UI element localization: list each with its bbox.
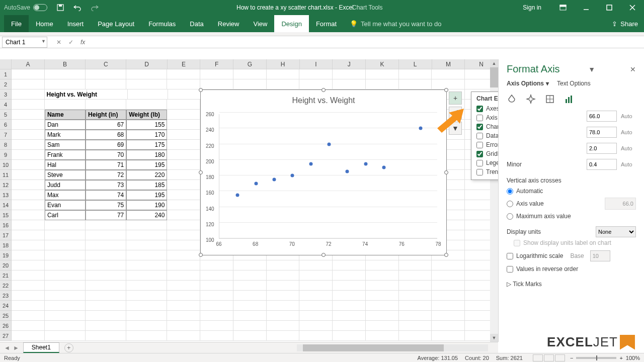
cell[interactable] bbox=[366, 291, 399, 301]
cell[interactable]: 71 bbox=[86, 160, 126, 170]
row-header[interactable]: 24 bbox=[0, 301, 12, 311]
save-icon[interactable] bbox=[56, 4, 64, 12]
chart-element-checkbox[interactable] bbox=[476, 151, 483, 157]
cell[interactable] bbox=[267, 79, 300, 89]
pane-dropdown-icon[interactable]: ▼ bbox=[588, 65, 595, 73]
cell[interactable] bbox=[432, 321, 465, 331]
cell[interactable]: 70 bbox=[86, 150, 126, 160]
row-header[interactable]: 26 bbox=[0, 321, 12, 331]
row-header[interactable]: 21 bbox=[0, 270, 12, 281]
cell[interactable] bbox=[12, 210, 45, 220]
cell[interactable] bbox=[12, 220, 45, 230]
cell[interactable] bbox=[399, 321, 432, 331]
cell[interactable]: Evan bbox=[45, 200, 86, 210]
cell[interactable] bbox=[167, 120, 200, 130]
cell[interactable] bbox=[200, 311, 233, 321]
cell[interactable] bbox=[167, 250, 200, 260]
embedded-chart[interactable]: Height vs. Weight 1001201401601802002202… bbox=[200, 89, 447, 255]
cell[interactable]: 185 bbox=[126, 180, 167, 190]
cell[interactable] bbox=[126, 311, 167, 321]
row-header[interactable]: 20 bbox=[0, 260, 12, 270]
reverse-order-checkbox[interactable] bbox=[507, 266, 513, 273]
cell[interactable]: Hal bbox=[45, 160, 86, 170]
cell[interactable] bbox=[333, 311, 366, 321]
cell[interactable] bbox=[167, 200, 200, 210]
cell[interactable] bbox=[167, 270, 200, 281]
view-page-layout-icon[interactable] bbox=[544, 354, 554, 361]
cell[interactable] bbox=[167, 281, 200, 291]
cell[interactable] bbox=[86, 69, 126, 79]
sheet-tab-sheet1[interactable]: Sheet1 bbox=[23, 342, 59, 353]
cell[interactable] bbox=[12, 250, 45, 260]
cell[interactable]: Dan bbox=[45, 120, 86, 130]
cell[interactable]: Carl bbox=[45, 210, 86, 220]
cell[interactable]: 175 bbox=[126, 140, 167, 150]
tab-formulas[interactable]: Formulas bbox=[141, 15, 183, 32]
minimize-icon[interactable] bbox=[575, 0, 598, 15]
cell[interactable] bbox=[86, 311, 126, 321]
cell[interactable]: 190 bbox=[126, 200, 167, 210]
cell[interactable] bbox=[233, 321, 267, 331]
cell[interactable] bbox=[333, 321, 366, 331]
cell[interactable] bbox=[167, 140, 200, 150]
share-button[interactable]: ⇪ Share bbox=[612, 15, 638, 32]
cell[interactable]: 155 bbox=[126, 120, 167, 130]
cell[interactable] bbox=[299, 301, 333, 311]
cell[interactable] bbox=[233, 260, 267, 270]
cell[interactable] bbox=[366, 270, 399, 281]
cell[interactable] bbox=[267, 321, 300, 331]
units-major-input[interactable] bbox=[587, 143, 617, 154]
chart-elements-button[interactable]: + bbox=[449, 92, 462, 105]
cell[interactable] bbox=[126, 331, 167, 341]
cell[interactable] bbox=[399, 79, 432, 89]
row-header[interactable]: 23 bbox=[0, 291, 12, 301]
cell[interactable] bbox=[126, 100, 167, 110]
cell[interactable] bbox=[200, 301, 233, 311]
cell[interactable] bbox=[267, 69, 300, 79]
chart-element-checkbox[interactable] bbox=[476, 133, 483, 139]
cell[interactable]: Height vs. Weight bbox=[45, 89, 87, 100]
cell[interactable] bbox=[366, 79, 399, 89]
cell[interactable] bbox=[45, 331, 86, 341]
cell[interactable] bbox=[299, 291, 333, 301]
cancel-formula-icon[interactable]: ✕ bbox=[56, 39, 61, 46]
row-header[interactable]: 8 bbox=[0, 140, 12, 150]
data-point[interactable] bbox=[346, 170, 349, 173]
cell[interactable] bbox=[333, 270, 366, 281]
cell[interactable] bbox=[366, 281, 399, 291]
add-sheet-button[interactable]: + bbox=[64, 343, 73, 352]
cell[interactable] bbox=[12, 160, 45, 170]
row-header[interactable]: 17 bbox=[0, 230, 12, 240]
cell[interactable] bbox=[233, 331, 267, 341]
tab-page-layout[interactable]: Page Layout bbox=[91, 15, 141, 32]
cell[interactable] bbox=[167, 170, 200, 180]
cell[interactable]: 170 bbox=[126, 130, 167, 140]
cell[interactable] bbox=[126, 301, 167, 311]
cell[interactable]: 240 bbox=[126, 210, 167, 220]
cell[interactable] bbox=[126, 69, 167, 79]
cell[interactable] bbox=[45, 69, 86, 79]
chart-element-checkbox[interactable] bbox=[476, 124, 483, 130]
cell[interactable] bbox=[267, 270, 300, 281]
cell[interactable]: 73 bbox=[86, 180, 126, 190]
cell[interactable] bbox=[432, 260, 465, 270]
select-all-corner[interactable] bbox=[0, 59, 12, 69]
cell[interactable] bbox=[167, 79, 200, 89]
cell[interactable] bbox=[200, 69, 233, 79]
cell[interactable] bbox=[86, 281, 126, 291]
chart-element-checkbox[interactable] bbox=[476, 142, 483, 148]
cell[interactable] bbox=[86, 301, 126, 311]
tab-review[interactable]: Review bbox=[211, 15, 247, 32]
cell[interactable]: 72 bbox=[86, 170, 126, 180]
cell[interactable]: 67 bbox=[86, 120, 126, 130]
cell[interactable] bbox=[168, 89, 201, 100]
view-page-break-icon[interactable] bbox=[555, 354, 565, 361]
cell[interactable] bbox=[167, 230, 200, 240]
cell[interactable]: Sam bbox=[45, 140, 86, 150]
cell[interactable] bbox=[126, 291, 167, 301]
cell[interactable] bbox=[12, 110, 45, 120]
cell[interactable] bbox=[45, 321, 86, 331]
cell[interactable] bbox=[126, 79, 167, 89]
row-header[interactable]: 2 bbox=[0, 79, 12, 89]
col-header[interactable]: F bbox=[200, 59, 233, 69]
